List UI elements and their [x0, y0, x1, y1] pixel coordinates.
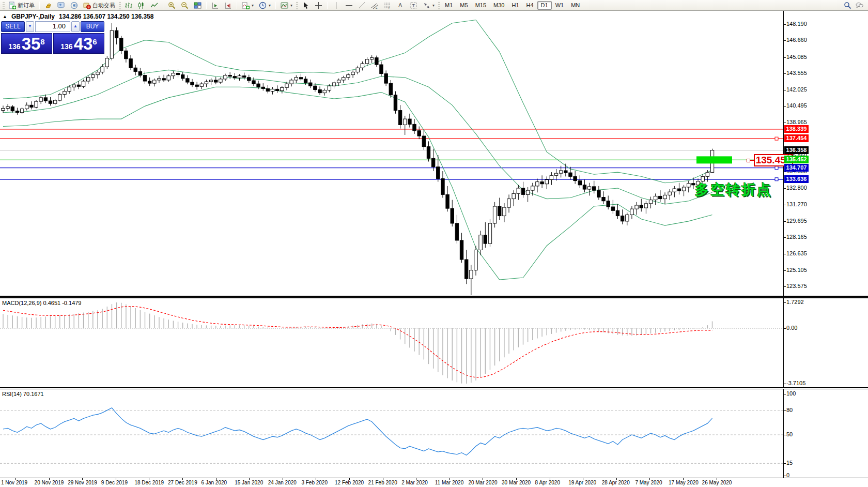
text-label-button[interactable]: T	[407, 1, 420, 10]
macd-axis-label: 1.7292	[786, 299, 804, 305]
price-tick-label: 123.575	[786, 283, 807, 289]
zoom-out-icon	[181, 2, 189, 9]
rsi-axis-label: 15	[786, 460, 793, 466]
buy-price-prefix: 136	[60, 41, 72, 52]
crosshair-button[interactable]	[312, 1, 325, 10]
search-icon[interactable]	[844, 2, 851, 9]
indicators-icon	[242, 2, 250, 9]
zoom-out-button[interactable]	[178, 1, 191, 10]
timeframe-button-w1[interactable]: W1	[552, 1, 568, 10]
buy-button[interactable]: BUY	[81, 21, 104, 32]
bar-chart-button[interactable]	[122, 1, 135, 10]
chat-icon[interactable]	[856, 2, 863, 9]
date-tick	[182, 478, 183, 480]
rsi-label: RSI(14) 70.1671	[2, 391, 44, 397]
symbol-marker-icon: ▲	[3, 14, 7, 19]
sell-price-quote[interactable]: 136 35 8	[1, 33, 52, 54]
candlestick-button[interactable]	[135, 1, 148, 10]
text-button[interactable]: A	[394, 1, 407, 10]
vertical-line-button[interactable]	[330, 1, 343, 10]
timeframe-button-m15[interactable]: M15	[472, 1, 490, 10]
volume-input[interactable]: 1.00	[35, 21, 70, 32]
line-chart-button[interactable]	[148, 1, 161, 10]
templates-button[interactable]: ▾	[278, 1, 295, 10]
cursor-button[interactable]	[299, 1, 312, 10]
price-tick-label: 126.635	[786, 250, 807, 256]
new-order-button[interactable]: 新订单	[6, 1, 37, 10]
tile-windows-button[interactable]	[191, 1, 204, 10]
price-tick-label: 145.085	[786, 54, 807, 60]
auto-scroll-button[interactable]	[209, 1, 222, 10]
crosshair-icon	[315, 2, 322, 9]
periods-button[interactable]: ▾	[256, 1, 273, 10]
toolbar-grip[interactable]	[119, 2, 121, 9]
price-badge: 134.707	[784, 164, 809, 172]
vertical-line-icon	[332, 2, 340, 9]
timeframe-button-mn[interactable]: MN	[567, 1, 583, 10]
sell-price-pip: 8	[40, 32, 44, 52]
dropdown-caret: ▾	[432, 3, 435, 8]
line-chart-icon	[150, 2, 158, 9]
svg-text:T: T	[412, 3, 415, 8]
price-tick-label: 142.025	[786, 86, 807, 93]
macd-axis-label: 0.00	[786, 325, 797, 331]
toolbar-grip[interactable]	[3, 2, 5, 9]
date-label: 18 Dec 2019	[134, 480, 164, 485]
separator	[237, 2, 237, 9]
chart-ohlc-readout: 134.286 136.507 134.250 136.358	[59, 13, 154, 20]
price-tick-label: 148.190	[786, 21, 807, 27]
toolbar-grip[interactable]	[438, 2, 440, 9]
date-label: 8 Apr 2020	[535, 480, 560, 485]
cursor-icon	[302, 2, 309, 9]
price-tick-label: 138.965	[786, 119, 807, 125]
date-label: 28 Apr 2020	[602, 480, 630, 485]
sell-button[interactable]: SELL	[1, 21, 25, 32]
toolbar-grip[interactable]	[296, 2, 298, 9]
macd-canvas[interactable]	[0, 298, 784, 387]
bar-chart-icon	[125, 2, 132, 9]
trendline-button[interactable]	[355, 1, 368, 10]
date-tick	[616, 478, 617, 480]
timeframe-button-d1[interactable]: D1	[537, 1, 552, 10]
auto-scroll-icon	[211, 2, 219, 9]
chart-symbol: GBPJPY-,Daily	[11, 13, 55, 20]
broadcast-button[interactable]	[68, 1, 81, 10]
rsi-axis-label: 80	[786, 407, 793, 413]
arrows-button[interactable]: ▾	[420, 1, 437, 10]
new-order-label: 新订单	[18, 2, 35, 9]
terminal-button[interactable]	[55, 1, 68, 10]
date-label: 27 Dec 2019	[168, 480, 197, 485]
date-tick	[649, 478, 650, 480]
price-tick-label: 125.105	[786, 267, 807, 273]
date-axis[interactable]: 1 Nov 201920 Nov 201929 Nov 20199 Dec 20…	[0, 478, 868, 486]
date-label: 2 Mar 2020	[401, 480, 428, 485]
auto-trading-button[interactable]: 自动交易	[81, 1, 118, 10]
date-tick	[316, 478, 316, 480]
volume-increase-button[interactable]: ▲	[71, 21, 80, 32]
date-label: 21 Feb 2020	[368, 480, 397, 485]
timeframe-button-m1[interactable]: M1	[441, 1, 456, 10]
timeframe-button-m5[interactable]: M5	[456, 1, 471, 10]
horizontal-line-button[interactable]	[343, 1, 355, 10]
price-tick-label: 128.165	[786, 234, 807, 240]
separator	[327, 2, 328, 9]
chart-shift-button[interactable]	[222, 1, 235, 10]
timeframe-button-h4[interactable]: H4	[523, 1, 537, 10]
price-chart-canvas[interactable]	[0, 11, 784, 296]
equidistant-channel-button[interactable]: E	[368, 1, 381, 10]
rsi-canvas[interactable]	[0, 389, 784, 478]
date-label: 3 Feb 2020	[301, 480, 328, 485]
buy-price-quote[interactable]: 136 43 6	[53, 33, 104, 54]
volume-decrease-button[interactable]: ▼	[26, 21, 34, 32]
timeframe-button-m30[interactable]: M30	[490, 1, 508, 10]
svg-text:E: E	[376, 6, 378, 9]
chart-shift-icon	[224, 2, 232, 9]
rsi-panel: RSI(14) 70.1671 1008050150	[0, 389, 868, 478]
timeframe-button-h1[interactable]: H1	[508, 1, 522, 10]
zoom-in-button[interactable]	[165, 1, 178, 10]
fibonacci-button[interactable]: F	[381, 1, 394, 10]
date-label: 29 Nov 2019	[68, 480, 97, 485]
indicators-button[interactable]: ▾	[239, 1, 256, 10]
market-watch-button[interactable]	[42, 1, 55, 10]
date-tick	[450, 478, 450, 480]
